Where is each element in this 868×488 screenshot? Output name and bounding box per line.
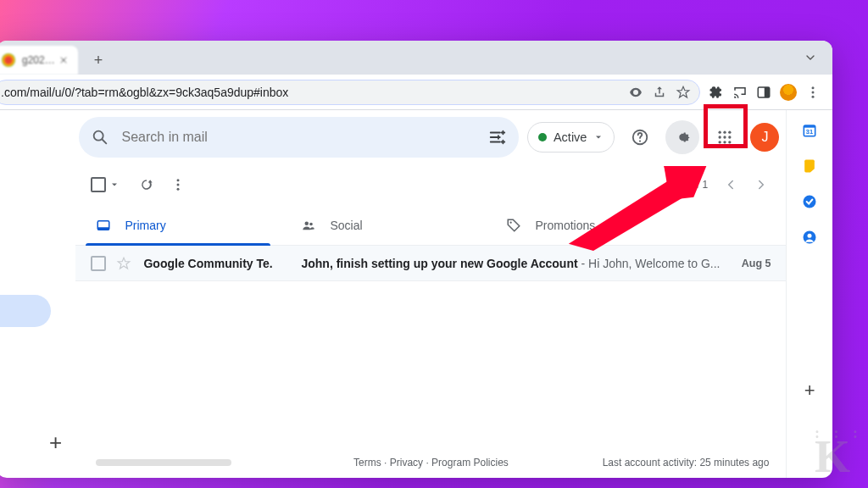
browser-toolbar-icons xyxy=(702,84,827,101)
mail-sender: Google Community Te. xyxy=(143,257,301,270)
tab-primary-label: Primary xyxy=(125,219,165,232)
add-on-button[interactable]: + xyxy=(804,380,815,402)
mail-checkbox[interactable] xyxy=(91,256,106,271)
svg-point-7 xyxy=(639,140,641,141)
close-tab-icon[interactable] xyxy=(58,54,70,66)
cast-icon[interactable] xyxy=(732,85,748,100)
footer-links[interactable]: Terms · Privacy · Program Policies xyxy=(353,457,509,469)
select-dropdown-icon[interactable] xyxy=(109,180,120,190)
tab-social-label: Social xyxy=(330,219,362,232)
tasks-app-icon[interactable] xyxy=(801,193,818,210)
url-text: .com/mail/u/0/?tab=rm&ogbl&zx=9ck3aq5a9d… xyxy=(1,86,288,99)
chevron-right-icon xyxy=(754,177,769,192)
refresh-button[interactable] xyxy=(138,176,155,193)
tag-icon xyxy=(506,218,521,233)
chevron-down-icon xyxy=(593,132,604,142)
svg-point-5 xyxy=(94,131,103,141)
svg-point-19 xyxy=(177,188,180,191)
side-panel: 31 + xyxy=(786,110,832,478)
gmail-favicon xyxy=(2,53,15,67)
help-icon xyxy=(631,128,649,147)
search-box[interactable] xyxy=(79,117,518,158)
next-page-button[interactable] xyxy=(754,177,769,192)
svg-rect-1 xyxy=(765,87,770,97)
tab-promotions-label: Promotions xyxy=(535,219,595,232)
svg-point-24 xyxy=(510,221,512,223)
account-avatar[interactable]: J xyxy=(750,123,779,152)
svg-rect-21 xyxy=(98,227,110,230)
help-button[interactable] xyxy=(623,120,657,154)
search-options-icon[interactable] xyxy=(488,128,507,147)
mail-date: Aug 5 xyxy=(720,258,771,269)
tab-social[interactable]: Social xyxy=(291,205,496,245)
mail-row[interactable]: Google Community Te. John, finish settin… xyxy=(75,246,786,281)
annotation-highlight-box xyxy=(704,104,748,148)
status-dot-icon xyxy=(538,133,547,141)
svg-point-4 xyxy=(812,95,815,97)
gmail-app: + Active xyxy=(0,110,832,478)
tab-strip: g2023@gm... + xyxy=(0,41,832,75)
tab-primary[interactable]: Primary xyxy=(86,205,291,245)
extensions-icon[interactable] xyxy=(709,85,724,100)
scrollbar-track[interactable] xyxy=(96,459,231,466)
status-label: Active xyxy=(554,130,587,144)
pagination: 1 of 1 xyxy=(682,177,770,192)
svg-point-17 xyxy=(177,179,180,181)
omnibox-icons xyxy=(628,85,691,100)
browser-window: g2023@gm... + .com/mail/u/0/?tab=rm&ogbl… xyxy=(0,41,832,478)
profile-avatar-icon[interactable] xyxy=(780,84,797,101)
url-field[interactable]: .com/mail/u/0/?tab=rm&ogbl&zx=9ck3aq5a9d… xyxy=(0,80,700,105)
header-bar: Active J xyxy=(75,110,786,164)
browser-tab[interactable]: g2023@gm... xyxy=(0,46,78,75)
page-count: 1 of 1 xyxy=(682,179,709,191)
watermark: : : :K xyxy=(815,424,863,483)
selected-nav-pill[interactable] xyxy=(0,295,51,327)
star-button[interactable] xyxy=(116,256,131,271)
main-panel: Active J xyxy=(75,110,786,478)
search-icon xyxy=(91,128,109,147)
tab-promotions[interactable]: Promotions xyxy=(496,205,701,245)
tab-title: g2023@gm... xyxy=(22,54,58,66)
new-tab-button[interactable]: + xyxy=(86,48,110,72)
svg-text:31: 31 xyxy=(806,128,813,136)
keep-app-icon[interactable] xyxy=(801,158,818,175)
gear-icon xyxy=(673,128,692,147)
more-actions-button[interactable] xyxy=(170,177,186,192)
share-icon[interactable] xyxy=(652,85,667,100)
tabs-dropdown-icon[interactable] xyxy=(798,46,822,69)
avatar-initial: J xyxy=(761,130,768,145)
contacts-app-icon[interactable] xyxy=(801,229,818,246)
compose-plus-icon[interactable]: + xyxy=(49,430,62,456)
mail-subject: John, finish setting up your new Google … xyxy=(301,257,720,270)
svg-point-2 xyxy=(812,86,815,89)
svg-point-22 xyxy=(305,221,309,225)
sidepanel-icon[interactable] xyxy=(756,85,771,100)
settings-button[interactable] xyxy=(665,120,699,154)
star-icon[interactable] xyxy=(676,85,691,100)
inbox-icon xyxy=(96,218,111,233)
kebab-icon xyxy=(170,177,186,192)
chevron-left-icon xyxy=(723,177,738,192)
svg-point-3 xyxy=(812,91,815,93)
select-all-checkbox[interactable] xyxy=(91,177,106,192)
eye-icon[interactable] xyxy=(628,85,643,100)
svg-point-23 xyxy=(310,222,314,225)
footer-activity: Last account activity: 25 minutes ago xyxy=(603,457,770,469)
search-input[interactable] xyxy=(121,130,487,145)
category-tabs: Primary Social Promotions xyxy=(75,205,786,246)
star-outline-icon xyxy=(116,256,131,271)
kebab-menu-icon[interactable] xyxy=(805,85,821,100)
calendar-app-icon[interactable]: 31 xyxy=(801,122,818,139)
svg-point-30 xyxy=(808,234,812,238)
prev-page-button[interactable] xyxy=(723,177,738,192)
mail-actions-bar: 1 of 1 xyxy=(75,164,786,205)
left-nav: + xyxy=(0,110,75,478)
refresh-icon xyxy=(138,176,155,193)
footer-bar: Terms · Privacy · Program Policies Last … xyxy=(75,447,786,478)
status-chip[interactable]: Active xyxy=(527,122,615,152)
people-icon xyxy=(301,218,316,233)
svg-point-18 xyxy=(177,184,180,186)
